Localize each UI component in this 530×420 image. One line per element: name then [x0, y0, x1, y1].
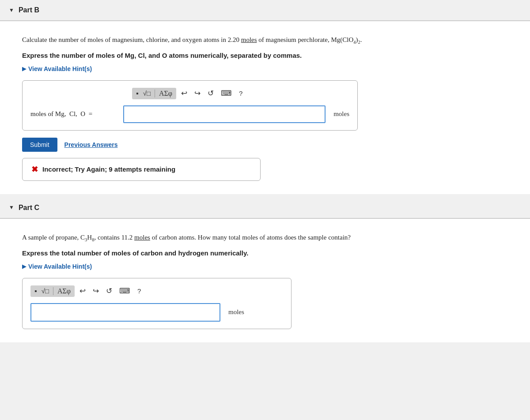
part-c-content: A sample of propane, C3H8, contains 11.2… — [0, 219, 530, 342]
part-b-answer-box: ▪ √□ ΑΣφ ↩ ↪ ↺ ⌨ ? moles of Mg, Cl, O = … — [22, 80, 358, 131]
undo-button[interactable]: ↩ — [179, 88, 189, 99]
incorrect-icon: ✖ — [31, 165, 38, 174]
unit-label-c: moles — [228, 308, 244, 316]
part-b-toolbar-group1: ▪ √□ ΑΣφ — [132, 88, 176, 99]
redo-button[interactable]: ↪ — [192, 88, 203, 99]
part-b-header[interactable]: ▼ Part B — [0, 0, 530, 21]
answer-input-b[interactable] — [123, 105, 326, 123]
part-c-toolbar: ▪ √□ ΑΣφ ↩ ↪ ↺ ⌨ ? — [30, 285, 283, 297]
part-c-hint-link[interactable]: ▶ View Available Hint(s) — [22, 263, 508, 270]
hint-label-c: View Available Hint(s) — [28, 263, 92, 270]
moles-underline-b: moles — [241, 36, 257, 43]
part-c-input-row: moles — [30, 303, 283, 322]
matrix-icon[interactable]: ▪ — [135, 89, 140, 98]
help-button-c[interactable]: ? — [135, 286, 143, 296]
hint-arrow-c: ▶ — [22, 263, 26, 270]
matrix-icon-c[interactable]: ▪ — [33, 287, 38, 296]
input-label-b: moles of Mg, Cl, O = — [30, 110, 119, 118]
part-c-section: ▼ Part C A sample of propane, C3H8, cont… — [0, 198, 530, 342]
part-b-input-row: moles of Mg, Cl, O = moles — [30, 105, 349, 123]
alpha-sigma-icon-c[interactable]: ΑΣφ — [56, 287, 72, 296]
part-c-question: A sample of propane, C3H8, contains 11.2… — [22, 232, 508, 244]
part-b-toolbar: ▪ √□ ΑΣφ ↩ ↪ ↺ ⌨ ? — [30, 88, 349, 99]
part-c-chevron: ▼ — [9, 204, 14, 211]
hint-arrow-b: ▶ — [22, 66, 26, 72]
keyboard-button[interactable]: ⌨ — [219, 88, 234, 99]
previous-answers-link-b[interactable]: Previous Answers — [64, 141, 118, 148]
sqrt-icon-c[interactable]: √□ — [40, 287, 50, 295]
part-b-section: ▼ Part B Calculate the number of moles o… — [0, 0, 530, 194]
hint-label-b: View Available Hint(s) — [28, 65, 92, 72]
toolbar-sep-c — [53, 287, 53, 295]
part-b-action-row: Submit Previous Answers — [22, 138, 508, 152]
keyboard-button-c[interactable]: ⌨ — [117, 285, 132, 296]
part-b-hint-link[interactable]: ▶ View Available Hint(s) — [22, 65, 508, 72]
part-c-toolbar-group1: ▪ √□ ΑΣφ — [30, 285, 75, 297]
redo-button-c[interactable]: ↪ — [91, 285, 101, 296]
part-b-express: Express the number of moles of Mg, Cl, a… — [22, 52, 508, 59]
unit-label-b: moles — [333, 110, 349, 118]
toolbar-sep-1 — [155, 90, 155, 98]
part-b-chevron: ▼ — [9, 7, 14, 14]
part-b-label: Part B — [19, 6, 39, 14]
help-button-b[interactable]: ? — [237, 89, 245, 98]
moles-underline-c: moles — [134, 234, 150, 241]
part-c-header[interactable]: ▼ Part C — [0, 198, 530, 218]
feedback-text-b: Incorrect; Try Again; 9 attempts remaini… — [42, 165, 175, 173]
feedback-box-b: ✖ Incorrect; Try Again; 9 attempts remai… — [22, 158, 261, 181]
refresh-button[interactable]: ↺ — [205, 88, 216, 99]
sqrt-icon[interactable]: √□ — [142, 89, 152, 98]
submit-button-b[interactable]: Submit — [22, 138, 57, 152]
alpha-sigma-icon[interactable]: ΑΣφ — [158, 89, 174, 98]
part-b-content: Calculate the number of moles of magnesi… — [0, 21, 530, 194]
part-b-question: Calculate the number of moles of magnesi… — [22, 34, 508, 46]
refresh-button-c[interactable]: ↺ — [104, 285, 114, 296]
answer-input-c[interactable] — [30, 303, 220, 322]
part-c-label: Part C — [19, 204, 39, 212]
part-c-express: Express the total number of moles of car… — [22, 249, 508, 257]
undo-button-c[interactable]: ↩ — [77, 285, 88, 296]
part-c-answer-box: ▪ √□ ΑΣφ ↩ ↪ ↺ ⌨ ? moles — [22, 278, 292, 329]
